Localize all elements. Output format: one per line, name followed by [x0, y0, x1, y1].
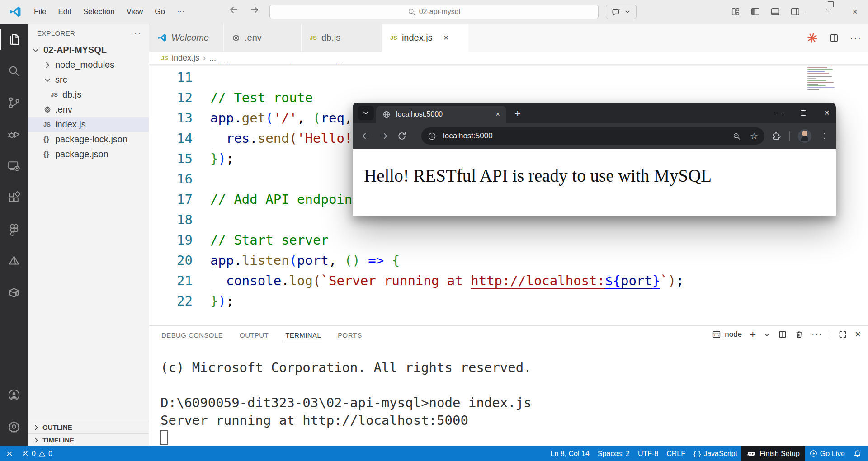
explorer-icon[interactable] [0, 24, 28, 55]
tree-item-package-json[interactable]: {} package.json [28, 147, 149, 162]
browser-back-icon[interactable] [361, 131, 371, 141]
tree-root-folder[interactable]: 02-API-MYSQL [28, 42, 149, 57]
close-button[interactable]: × [842, 0, 868, 24]
tree-item-src[interactable]: src [28, 72, 149, 87]
browser-menu-kebab-icon[interactable] [820, 132, 829, 141]
source-control-icon[interactable] [0, 87, 28, 118]
toggle-panel-icon[interactable] [770, 7, 780, 17]
panel-tab-terminal[interactable]: TERMINAL [284, 327, 322, 342]
menu-edit[interactable]: Edit [52, 5, 77, 19]
timeline-section[interactable]: TIMELINE [28, 433, 149, 446]
browser-close-button[interactable]: × [824, 108, 830, 118]
explorer-more-icon[interactable]: ··· [131, 28, 142, 38]
remote-indicator[interactable] [0, 446, 18, 461]
tab-db-js[interactable]: JS db.js [302, 24, 382, 52]
restore-button[interactable] [816, 0, 842, 24]
tree-item-node-modules[interactable]: node_modules [28, 57, 149, 72]
outline-section[interactable]: OUTLINE [28, 421, 149, 433]
panel-tab-ports[interactable]: PORTS [337, 327, 363, 342]
zoom-icon[interactable] [732, 132, 741, 141]
code-line[interactable]: 22}); [149, 291, 868, 311]
terminal-dropdown-chevron-icon[interactable] [764, 331, 770, 338]
browser-tab[interactable]: localhost:5000 × [376, 106, 506, 123]
tab-index-js[interactable]: JS index.js × [382, 24, 469, 52]
back-arrow-icon[interactable] [228, 5, 239, 15]
menu-more[interactable]: ··· [171, 5, 190, 19]
tab-close-icon[interactable]: × [443, 33, 449, 43]
copilot-spark-icon[interactable] [807, 32, 818, 44]
go-live-button[interactable]: Go Live [805, 446, 849, 461]
minimize-button[interactable] [789, 0, 816, 24]
container-tool-icon[interactable] [0, 277, 28, 308]
design-tool-icon[interactable] [0, 213, 28, 245]
language-mode[interactable]: { } JavaScript [689, 446, 741, 461]
split-editor-icon[interactable] [829, 33, 839, 43]
copilot-chat-icon [612, 7, 621, 17]
panel-tab-debug-console[interactable]: DEBUG CONSOLE [160, 327, 224, 342]
code-line[interactable]: app.use(express.json()); [149, 64, 868, 67]
tab-env[interactable]: .env [224, 24, 302, 52]
bookmark-star-icon[interactable]: ☆ [750, 131, 758, 141]
browser-address-bar[interactable]: localhost:5000 ☆ [421, 127, 764, 145]
forward-arrow-icon[interactable] [249, 5, 260, 15]
customize-layout-icon[interactable] [731, 7, 741, 17]
toggle-sidebar-icon[interactable] [750, 7, 760, 17]
menu-selection[interactable]: Selection [77, 5, 121, 19]
breadcrumb-file[interactable]: index.js [172, 53, 199, 63]
cursor-position[interactable]: Ln 8, Col 14 [546, 446, 593, 461]
profile-avatar[interactable] [798, 129, 811, 143]
minimap[interactable] [807, 65, 842, 97]
browser-window: localhost:5000 × + × localhost:5000 ☆ [353, 103, 836, 216]
problems-indicator[interactable]: 0 0 [18, 446, 57, 461]
notifications-bell[interactable] [849, 446, 868, 461]
editor-more-icon[interactable]: ··· [850, 33, 862, 43]
copilot-chat-button[interactable] [606, 5, 637, 19]
run-debug-icon[interactable] [0, 118, 28, 150]
code-line[interactable]: 21 console.log(`Server running at http:/… [149, 271, 868, 291]
tree-item-package-lock-json[interactable]: {} package-lock.json [28, 132, 149, 147]
menu-view[interactable]: View [121, 5, 149, 19]
browser-forward-icon[interactable] [379, 131, 389, 141]
site-info-icon[interactable] [426, 130, 438, 142]
account-icon[interactable] [0, 379, 28, 411]
extensions-puzzle-icon[interactable] [772, 132, 781, 141]
status-bar: 0 0 Ln 8, Col 14 Spaces: 2 UTF-8 CRLF { … [0, 446, 868, 461]
breadcrumb-more[interactable]: ... [209, 53, 216, 63]
breadcrumb[interactable]: JS index.js › ... [149, 52, 868, 64]
command-center-search[interactable]: 02-api-mysql [269, 5, 599, 19]
menu-file[interactable]: File [28, 5, 52, 19]
panel-tab-output[interactable]: OUTPUT [239, 327, 269, 342]
tab-welcome[interactable]: Welcome [149, 24, 224, 52]
tree-item-env[interactable]: .env [28, 102, 149, 117]
eol-sequence[interactable]: CRLF [662, 446, 689, 461]
new-terminal-icon[interactable]: + [750, 328, 756, 341]
browser-minimize-button[interactable] [777, 113, 783, 113]
menu-go[interactable]: Go [149, 5, 171, 19]
split-terminal-icon[interactable] [778, 330, 787, 339]
new-tab-button[interactable]: + [514, 107, 521, 120]
extensions-icon[interactable] [0, 182, 28, 213]
maximize-panel-icon[interactable] [838, 330, 847, 339]
browser-tab-close-icon[interactable]: × [495, 110, 500, 119]
finish-setup-button[interactable]: Finish Setup [741, 446, 805, 461]
encoding[interactable]: UTF-8 [634, 446, 662, 461]
kill-terminal-trash-icon[interactable] [795, 330, 804, 339]
close-panel-icon[interactable]: × [855, 329, 861, 340]
code-line[interactable]: 20app.listen(port, () => { [149, 250, 868, 271]
search-sidebar-icon[interactable] [0, 55, 28, 87]
terminal-output[interactable]: (c) Microsoft Corporation. All rights re… [160, 359, 532, 445]
panel-more-icon[interactable]: ··· [811, 330, 822, 339]
browser-reload-icon[interactable] [397, 131, 407, 141]
browser-maximize-button[interactable] [801, 110, 806, 116]
browser-tab-search-button[interactable] [358, 106, 374, 120]
code-line[interactable]: 19// Start server [149, 230, 868, 250]
remote-explorer-icon[interactable] [0, 150, 28, 182]
indentation[interactable]: Spaces: 2 [594, 446, 634, 461]
pyramid-tool-icon[interactable] [0, 245, 28, 277]
tree-item-index-js[interactable]: JS index.js [28, 117, 149, 132]
browser-body-text: Hello! RESTful API is ready to use with … [353, 149, 836, 186]
tree-item-db-js[interactable]: JS db.js [28, 87, 149, 102]
terminal-profile[interactable]: C:\ node [712, 330, 742, 339]
settings-gear-icon[interactable] [0, 411, 28, 442]
code-line[interactable]: 11 [149, 67, 868, 88]
